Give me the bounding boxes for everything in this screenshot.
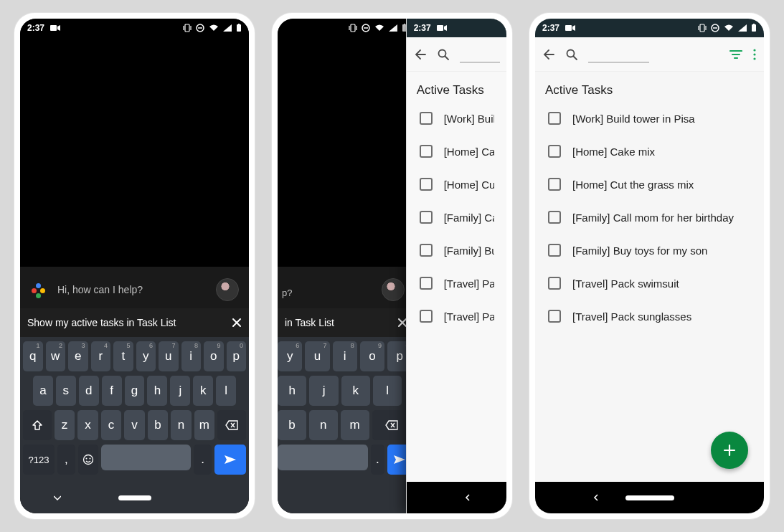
- checkbox-icon[interactable]: [548, 145, 561, 158]
- key-b[interactable]: b: [148, 410, 168, 440]
- checkbox-icon[interactable]: [420, 211, 433, 224]
- add-task-fab[interactable]: [711, 432, 748, 469]
- key-h[interactable]: h: [278, 376, 306, 406]
- key-k[interactable]: k: [341, 376, 370, 406]
- key-m[interactable]: m: [341, 410, 369, 440]
- key-e[interactable]: e3: [68, 341, 88, 371]
- key-t[interactable]: t5: [113, 341, 133, 371]
- key-z[interactable]: z: [55, 410, 75, 440]
- back-arrow-icon[interactable]: [414, 48, 427, 61]
- checkbox-icon[interactable]: [420, 244, 433, 257]
- key-symbols[interactable]: ?123: [23, 445, 55, 475]
- task-item[interactable]: [Travel] Pack s: [407, 300, 506, 333]
- key-q[interactable]: q1: [23, 341, 43, 371]
- task-text: [Home] Cake: [444, 146, 494, 158]
- key-space[interactable]: [101, 445, 191, 470]
- task-item[interactable]: [Family] Call mom for her birthday: [535, 201, 764, 234]
- nav-back-chevron-icon[interactable]: [54, 494, 61, 501]
- key-a[interactable]: a: [33, 376, 53, 406]
- checkbox-icon[interactable]: [548, 244, 561, 257]
- checkbox-icon[interactable]: [548, 112, 561, 125]
- search-icon[interactable]: [565, 48, 578, 61]
- key-j[interactable]: j: [309, 376, 338, 406]
- task-item[interactable]: [Travel] Pack sunglasses: [535, 300, 764, 333]
- key-send[interactable]: [214, 445, 246, 475]
- key-f[interactable]: f: [102, 376, 122, 406]
- nav-back-chevron-icon[interactable]: [592, 494, 600, 501]
- nav-home-pill[interactable]: [118, 495, 151, 500]
- task-item[interactable]: [Family] Buy t: [407, 234, 506, 267]
- key-c[interactable]: c: [101, 410, 121, 440]
- more-vert-icon[interactable]: [752, 48, 757, 61]
- key-j[interactable]: j: [170, 376, 190, 406]
- key-u[interactable]: u7: [159, 341, 179, 371]
- checkbox-icon[interactable]: [420, 277, 433, 290]
- key-b[interactable]: b: [278, 410, 306, 440]
- key-n[interactable]: n: [309, 410, 338, 440]
- keyboard[interactable]: q1 w2 e3 r4 t5 y6 u7 i8 o9 p0 a s d f g …: [20, 337, 249, 482]
- key-n[interactable]: n: [171, 410, 191, 440]
- checkbox-icon[interactable]: [548, 277, 561, 290]
- key-comma[interactable]: ,: [57, 445, 75, 475]
- assistant-query-bar[interactable]: in Task List: [278, 308, 415, 337]
- checkbox-icon[interactable]: [548, 310, 561, 323]
- key-y[interactable]: y6: [278, 341, 302, 371]
- wifi-icon: [209, 24, 219, 32]
- checkbox-icon[interactable]: [548, 178, 561, 191]
- key-emoji[interactable]: [78, 445, 98, 475]
- user-avatar[interactable]: [216, 278, 239, 301]
- key-shift[interactable]: [23, 410, 52, 440]
- key-i[interactable]: i8: [181, 341, 202, 371]
- key-k[interactable]: k: [193, 376, 213, 406]
- key-space[interactable]: [278, 445, 368, 470]
- search-input[interactable]: [460, 46, 500, 63]
- checkbox-icon[interactable]: [420, 112, 433, 125]
- key-h[interactable]: h: [147, 376, 167, 406]
- key-p[interactable]: p0: [227, 341, 247, 371]
- key-o[interactable]: o9: [360, 341, 384, 371]
- key-backspace[interactable]: [217, 410, 246, 440]
- key-r[interactable]: r4: [91, 341, 111, 371]
- key-x[interactable]: x: [77, 410, 98, 440]
- key-v[interactable]: v: [124, 410, 144, 440]
- key-period[interactable]: .: [194, 445, 212, 475]
- checkbox-icon[interactable]: [420, 145, 433, 158]
- checkbox-icon[interactable]: [420, 178, 433, 191]
- key-d[interactable]: d: [79, 376, 99, 406]
- keyboard[interactable]: y6 u7 i8 o9 p0 h j k l b n: [278, 337, 415, 482]
- key-i[interactable]: i8: [333, 341, 357, 371]
- key-period[interactable]: .: [371, 445, 384, 475]
- filter-icon[interactable]: [729, 49, 742, 60]
- key-u[interactable]: u7: [305, 341, 329, 371]
- key-s[interactable]: s: [56, 376, 76, 406]
- checkbox-icon[interactable]: [548, 211, 561, 224]
- search-input[interactable]: [588, 46, 649, 63]
- keyboard-row-3: z x c v b n m: [23, 410, 246, 440]
- checkbox-icon[interactable]: [420, 310, 433, 323]
- key-l[interactable]: l: [373, 376, 402, 406]
- task-item[interactable]: [Home] Cake: [407, 135, 506, 168]
- user-avatar[interactable]: [382, 278, 405, 301]
- task-item[interactable]: [Family] Buy toys for my son: [535, 234, 764, 267]
- key-g[interactable]: g: [125, 376, 145, 406]
- key-m[interactable]: m: [194, 410, 214, 440]
- task-item[interactable]: [Work] Build tower in Pisa: [535, 102, 764, 135]
- nav-back-chevron-icon[interactable]: [464, 494, 471, 501]
- close-icon[interactable]: [232, 318, 242, 328]
- task-item[interactable]: [Home] Cut th: [407, 168, 506, 201]
- task-item[interactable]: [Travel] Pack s: [407, 267, 506, 300]
- search-icon[interactable]: [437, 48, 450, 61]
- key-l[interactable]: l: [216, 376, 236, 406]
- task-item[interactable]: [Home] Cut the grass mix: [535, 168, 764, 201]
- key-o[interactable]: o9: [204, 341, 224, 371]
- task-item[interactable]: [Travel] Pack swimsuit: [535, 267, 764, 300]
- system-nav-bar: [278, 482, 415, 513]
- key-w[interactable]: w2: [46, 341, 66, 371]
- back-arrow-icon[interactable]: [542, 48, 555, 61]
- task-item[interactable]: [Family] Call m: [407, 201, 506, 234]
- task-item[interactable]: [Work] Build t: [407, 102, 506, 135]
- nav-home-pill[interactable]: [625, 495, 674, 500]
- assistant-query-bar[interactable]: Show my active tasks in Task List: [20, 308, 249, 337]
- task-item[interactable]: [Home] Cake mix: [535, 135, 764, 168]
- key-y[interactable]: y6: [136, 341, 156, 371]
